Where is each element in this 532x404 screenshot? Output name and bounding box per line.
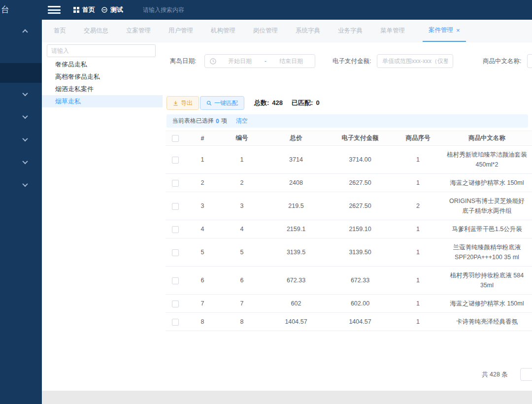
- table-row: 33219.52627.502ORIGINS韦博士灵芝焕能好底子精华水两件组21…: [166, 192, 532, 220]
- rail-menu-item[interactable]: [0, 128, 42, 151]
- collapsed-sidebar: [0, 20, 42, 404]
- unit-price: 224.11: [530, 267, 532, 295]
- rail-active-menu-item[interactable]: [0, 63, 42, 83]
- row-checkbox[interactable]: [172, 301, 179, 307]
- tree-item[interactable]: 奢侈品走私: [42, 58, 163, 70]
- epay-filter-label: 电子支付金额:: [332, 54, 371, 68]
- rail-menu-item[interactable]: [0, 105, 42, 128]
- matched-label: 已匹配:: [292, 96, 313, 110]
- tree-search-input[interactable]: [47, 44, 156, 57]
- date-start-placeholder[interactable]: 开始日期: [216, 57, 264, 66]
- row-checkbox-cell: [166, 238, 185, 267]
- total-label: 总数:: [254, 96, 269, 110]
- clear-selection-link[interactable]: 清空: [236, 117, 248, 125]
- case-type-panel: 奢侈品走私高档奢侈品走私烟酒走私案件烟草走私: [42, 42, 163, 391]
- select-all-checkbox[interactable]: [172, 135, 179, 142]
- tab-item[interactable]: 用户管理: [168, 20, 193, 42]
- chevron-up-icon: [22, 29, 28, 34]
- global-search-input[interactable]: 请输入搜索内容: [143, 0, 184, 20]
- tab-label: 案件管理: [429, 26, 453, 34]
- table-row: 77602602.001海蓝之谜修护精萃水 150ml602: [166, 295, 532, 313]
- tree-item[interactable]: 高档奢侈品走私: [42, 70, 163, 83]
- epay-amount: 1404.57: [328, 313, 392, 331]
- epay-amount: 3714.00: [328, 146, 392, 174]
- download-icon: [173, 101, 178, 106]
- hamburger-menu-icon[interactable]: [48, 6, 61, 14]
- row-checkbox[interactable]: [172, 277, 179, 284]
- rail-menu-item[interactable]: [0, 20, 42, 44]
- date-range-picker[interactable]: 开始日期 - 结束日期: [204, 54, 315, 68]
- chevron-down-icon: [22, 113, 28, 119]
- tab-item[interactable]: 交易信息: [84, 20, 108, 42]
- tab-close-icon[interactable]: ×: [456, 27, 460, 34]
- tab-item[interactable]: 立案管理: [126, 20, 151, 42]
- row-checkbox[interactable]: [172, 249, 179, 256]
- topbar-home-label: 首页: [82, 5, 95, 14]
- unit-price: 602: [530, 174, 532, 192]
- column-header: 电子支付金额: [328, 131, 392, 146]
- column-header: 商品中文名称: [444, 131, 530, 146]
- rail-menu-item[interactable]: [0, 173, 42, 196]
- tab-label: 菜单管理: [380, 27, 405, 35]
- row-checkbox-cell: [166, 267, 185, 295]
- tree-item[interactable]: 烟酒走私案件: [42, 83, 163, 95]
- row-checkbox-cell: [166, 220, 185, 238]
- tab-active[interactable]: 案件管理×: [423, 20, 466, 42]
- row-checkbox[interactable]: [172, 157, 179, 164]
- app-logo: 台: [1, 4, 9, 15]
- total-price: 602: [264, 295, 328, 313]
- tab-item[interactable]: 系统字典: [296, 20, 320, 42]
- product-name: 兰蔻菁纯臻颜精华粉底液SPF20PA+++100 35 ml: [444, 238, 530, 267]
- row-index: 4: [185, 220, 220, 238]
- topbar: 台 首页 测试 请输入搜索内容: [0, 0, 532, 20]
- row-index: 3: [185, 192, 220, 220]
- row-checkbox[interactable]: [172, 319, 179, 326]
- topbar-env-label: 测试: [110, 5, 123, 14]
- chevron-down-icon: [22, 91, 28, 96]
- product-name-filter-label: 商品中文名称:: [483, 54, 521, 68]
- search-icon: [206, 101, 212, 106]
- tab-item[interactable]: 机构管理: [211, 20, 235, 42]
- tab-item[interactable]: 首页: [54, 20, 66, 42]
- column-header: 单价: [530, 131, 532, 146]
- rail-menu-item[interactable]: [0, 151, 42, 173]
- product-name: 植村秀羽纱持妆粉底液 584 35ml: [444, 267, 530, 295]
- epay-amount-input[interactable]: [377, 54, 453, 68]
- topbar-env-link[interactable]: 测试: [101, 0, 123, 20]
- product-seq: 1: [392, 238, 444, 267]
- export-button[interactable]: 导出: [166, 96, 199, 110]
- row-number: 5: [220, 238, 264, 267]
- page-size-select[interactable]: [520, 368, 532, 381]
- rail-menu-item[interactable]: [0, 83, 42, 105]
- row-checkbox[interactable]: [172, 226, 179, 233]
- tab-label: 用户管理: [168, 27, 193, 35]
- row-checkbox[interactable]: [172, 203, 179, 210]
- tab-label: 岗位管理: [253, 27, 278, 35]
- row-number: 7: [220, 295, 264, 313]
- epay-amount: 3139.50: [328, 238, 392, 267]
- product-name: 马爹利蓝带干邑1.5公升装: [444, 220, 530, 238]
- column-header: 商品序号: [392, 131, 444, 146]
- header-checkbox-cell: [166, 131, 185, 146]
- tab-label: 机构管理: [211, 27, 235, 35]
- product-name: 海蓝之谜修护精萃水 150ml: [444, 174, 530, 192]
- tab-item[interactable]: 菜单管理: [380, 20, 405, 42]
- pagination-total: 共 428 条: [482, 368, 508, 381]
- column-header: 编号: [220, 131, 264, 146]
- unit-price: 468.19: [530, 313, 532, 331]
- tab-item[interactable]: 岗位管理: [253, 20, 278, 42]
- table-row: 442159.12159.101马爹利蓝带干邑1.5公升装2159.1: [166, 220, 532, 238]
- unit-price: 1238: [530, 146, 532, 174]
- tab-item[interactable]: 业务字典: [338, 20, 363, 42]
- date-separator: -: [264, 58, 267, 65]
- one-click-match-button[interactable]: 一键匹配: [200, 96, 244, 110]
- tree-item[interactable]: 烟草走私: [42, 95, 163, 107]
- circle-minus-icon: [101, 7, 107, 13]
- total-value: 428: [272, 96, 283, 110]
- total-price: 2408: [264, 174, 328, 192]
- chevron-down-icon: [22, 181, 28, 187]
- date-end-placeholder[interactable]: 结束日期: [267, 57, 315, 66]
- topbar-home-link[interactable]: 首页: [73, 0, 95, 20]
- product-name-input[interactable]: [527, 54, 532, 68]
- row-checkbox[interactable]: [172, 180, 179, 187]
